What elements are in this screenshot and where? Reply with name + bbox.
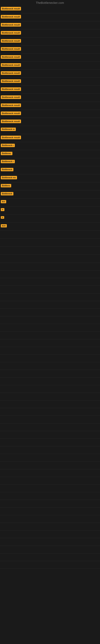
empty-row: [0, 354, 100, 362]
empty-row: [0, 278, 100, 286]
list-item: Bottleneck result: [0, 78, 100, 86]
bottleneck-badge[interactable]: Bottleneck result: [1, 23, 21, 26]
bottleneck-badge[interactable]: Bottleneck result: [1, 55, 21, 59]
empty-row: [0, 362, 100, 370]
list-item: B: [0, 206, 100, 214]
empty-row: [0, 439, 100, 446]
empty-row: [0, 446, 100, 454]
empty-row: [0, 523, 100, 530]
bottleneck-badge[interactable]: Bottleneck re: [1, 128, 16, 131]
empty-row: [0, 393, 100, 400]
empty-row: [0, 424, 100, 431]
bottleneck-badge[interactable]: Bottleneck result: [1, 96, 21, 99]
list-item: [0, 255, 100, 263]
bottleneck-badge[interactable]: Bottleneck result: [1, 79, 21, 83]
bottleneck-badge[interactable]: Bottleneck result: [1, 71, 21, 75]
list-item: [0, 231, 100, 239]
empty-row: [0, 477, 100, 484]
list-item: Bottleneck result: [0, 5, 100, 13]
list-item: Bottleneck result: [0, 21, 100, 30]
empty-row: [0, 431, 100, 439]
list-item: Bottleneck result: [0, 30, 100, 38]
bottleneck-badge[interactable]: Bottleneck r: [1, 160, 15, 163]
empty-row: [0, 324, 100, 332]
empty-row: [0, 385, 100, 393]
bottleneck-badge[interactable]: Bott: [1, 224, 7, 228]
empty-row: [0, 332, 100, 339]
bottleneck-badge[interactable]: Bottlens: [1, 184, 11, 187]
list-item: Bottleneck result: [0, 110, 100, 118]
list-item: Bottleneck result: [0, 70, 100, 78]
list-item: Bottleneck: [0, 190, 100, 198]
list-item: Bottlenec: [0, 150, 100, 158]
bottleneck-badge[interactable]: Bottleneck result: [1, 7, 21, 10]
empty-row: [0, 469, 100, 477]
empty-row: [0, 546, 100, 554]
empty-row: [0, 309, 100, 316]
list-item: Bottleneck res: [0, 174, 100, 182]
list-item: Bottleneck result: [0, 38, 100, 46]
list-item: Bottleneck result: [0, 62, 100, 70]
list-item: [0, 247, 100, 255]
list-item: Bottleneck result: [0, 118, 100, 126]
empty-row: [0, 294, 100, 301]
empty-row: [0, 408, 100, 416]
bottleneck-badge[interactable]: Bottleneck result: [1, 39, 21, 43]
empty-row: [0, 400, 100, 408]
empty-row: [0, 500, 100, 508]
bottleneck-badge[interactable]: Bottleneck: [1, 192, 13, 196]
list-item: B: [0, 214, 100, 222]
bottleneck-badge[interactable]: Bottleneck result: [1, 112, 21, 115]
bottleneck-badge[interactable]: Bottleneck res: [1, 176, 17, 179]
empty-row: [0, 561, 100, 569]
list-item: Bottleneck result: [0, 102, 100, 110]
bottleneck-badge[interactable]: Bottleneck result: [1, 15, 21, 18]
bottleneck-badge[interactable]: B: [1, 208, 4, 211]
list-item: Bottleneck result: [0, 94, 100, 102]
list-item: Bottleneck result: [0, 13, 100, 21]
empty-row: [0, 270, 100, 278]
bottleneck-badge[interactable]: Bottleneck: [1, 168, 13, 171]
empty-row: [0, 378, 100, 385]
empty-row: [0, 339, 100, 347]
list-item: [0, 239, 100, 247]
bottleneck-badge[interactable]: Bottleneck result: [1, 63, 21, 67]
list-item: Bottleneck result: [0, 86, 100, 94]
list-item: Bottleneck r: [0, 158, 100, 166]
empty-row: [0, 508, 100, 515]
list-item: Bott: [0, 222, 100, 231]
bottleneck-badge[interactable]: Bot: [1, 200, 6, 203]
empty-row: [0, 492, 100, 500]
empty-row: [0, 416, 100, 424]
empty-row: [0, 286, 100, 294]
empty-row: [0, 370, 100, 378]
bottleneck-badge[interactable]: Bottleneck result: [1, 120, 21, 123]
bottleneck-badge[interactable]: Bottleneck r: [1, 144, 15, 147]
bottleneck-badge[interactable]: Bottleneck result: [1, 31, 21, 34]
empty-row: [0, 454, 100, 462]
list-item: Bottlens: [0, 182, 100, 190]
empty-row: [0, 538, 100, 546]
empty-row: [0, 515, 100, 523]
bottleneck-badge[interactable]: Bottlenec: [1, 152, 12, 155]
empty-row: [0, 316, 100, 324]
empty-row: [0, 554, 100, 561]
list-item: Bottleneck: [0, 166, 100, 174]
list-item: Bot: [0, 198, 100, 206]
bottleneck-badge[interactable]: Bottleneck result: [1, 136, 21, 139]
empty-row: [0, 263, 100, 270]
bottleneck-badge[interactable]: B: [1, 216, 4, 219]
list-item: Bottleneck r: [0, 142, 100, 150]
empty-row: [0, 484, 100, 492]
empty-row: [0, 462, 100, 469]
empty-row: [0, 530, 100, 538]
empty-row: [0, 347, 100, 354]
list-item: Bottleneck result: [0, 46, 100, 54]
bottleneck-badge[interactable]: Bottleneck result: [1, 47, 21, 51]
bottleneck-badge[interactable]: Bottleneck result: [1, 104, 21, 107]
list-item: Bottleneck result: [0, 134, 100, 142]
empty-row: [0, 301, 100, 309]
list-item: Bottleneck result: [0, 54, 100, 62]
bottleneck-badge[interactable]: Bottleneck result: [1, 87, 21, 91]
site-title: TheBottlenecker.com: [0, 0, 100, 5]
